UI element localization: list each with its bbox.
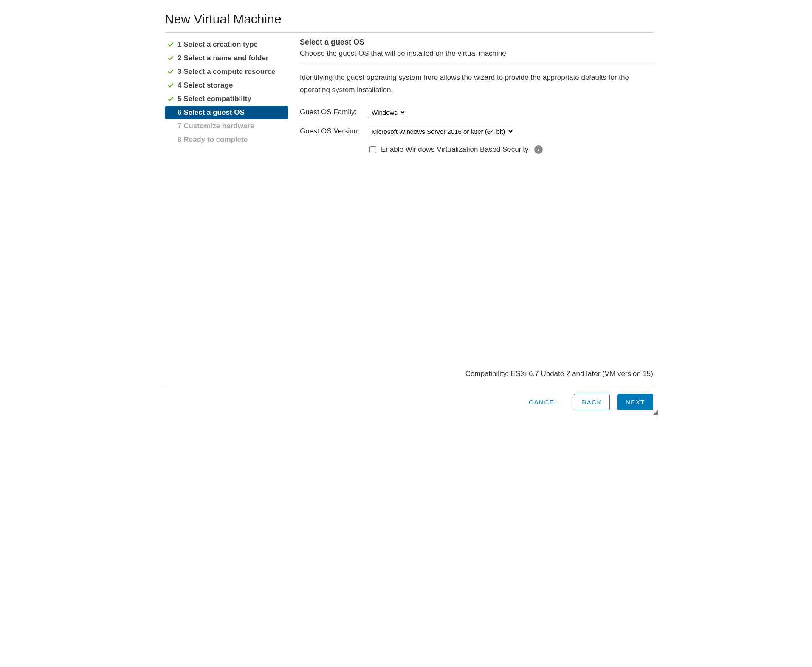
guest-os-family-select[interactable]: Windows xyxy=(368,107,406,118)
check-icon xyxy=(166,82,175,89)
dialog-footer: CANCEL BACK NEXT xyxy=(165,386,653,410)
check-icon xyxy=(166,96,175,102)
compatibility-text: Compatibility: ESXi 6.7 Update 2 and lat… xyxy=(300,370,653,378)
content-divider xyxy=(300,64,653,64)
wizard-step-label: 1 Select a creation type xyxy=(178,40,258,49)
resize-grip-icon[interactable] xyxy=(652,410,658,415)
new-vm-wizard-dialog: New Virtual Machine 1 Select a creation … xyxy=(153,0,659,416)
vbs-checkbox[interactable] xyxy=(369,146,376,153)
content-spacer xyxy=(300,154,653,370)
vbs-checkbox-row: Enable Windows Virtualization Based Secu… xyxy=(368,145,653,154)
wizard-step-8: 8 Ready to complete xyxy=(165,133,288,147)
wizard-step-label: 4 Select storage xyxy=(178,81,233,90)
wizard-steps-sidebar: 1 Select a creation type2 Select a name … xyxy=(165,38,292,380)
wizard-step-5[interactable]: 5 Select compatibility xyxy=(165,92,288,106)
info-icon[interactable]: i xyxy=(534,145,543,154)
wizard-step-2[interactable]: 2 Select a name and folder xyxy=(165,51,288,65)
content-description: Identifying the guest operating system h… xyxy=(300,72,653,96)
content-subtitle: Choose the guest OS that will be install… xyxy=(300,49,653,58)
svg-marker-0 xyxy=(652,410,658,415)
check-icon xyxy=(166,41,175,48)
dialog-title: New Virtual Machine xyxy=(165,12,653,26)
check-icon xyxy=(166,123,175,130)
check-icon xyxy=(166,55,175,62)
wizard-step-label: 8 Ready to complete xyxy=(178,136,248,144)
wizard-step-label: 2 Select a name and folder xyxy=(178,54,268,62)
content-title: Select a guest OS xyxy=(300,38,653,47)
wizard-step-6[interactable]: 6 Select a guest OS xyxy=(165,106,288,119)
wizard-step-3[interactable]: 3 Select a compute resource xyxy=(165,65,288,79)
guest-os-version-label: Guest OS Version: xyxy=(300,127,368,136)
dialog-body: 1 Select a creation type2 Select a name … xyxy=(165,38,653,380)
guest-os-family-label: Guest OS Family: xyxy=(300,108,368,116)
wizard-step-label: 3 Select a compute resource xyxy=(178,68,276,76)
guest-os-version-select[interactable]: Microsoft Windows Server 2016 or later (… xyxy=(368,126,514,137)
check-icon xyxy=(166,109,175,116)
wizard-content-panel: Select a guest OS Choose the guest OS th… xyxy=(292,38,653,380)
title-divider xyxy=(165,32,653,33)
wizard-step-1[interactable]: 1 Select a creation type xyxy=(165,38,288,51)
check-icon xyxy=(166,136,175,143)
guest-os-version-row: Guest OS Version: Microsoft Windows Serv… xyxy=(300,126,653,137)
cancel-button[interactable]: CANCEL xyxy=(521,394,566,410)
vbs-checkbox-label: Enable Windows Virtualization Based Secu… xyxy=(381,145,528,154)
wizard-step-7: 7 Customize hardware xyxy=(165,119,288,133)
next-button[interactable]: NEXT xyxy=(617,394,653,410)
guest-os-family-row: Guest OS Family: Windows xyxy=(300,107,653,118)
back-button[interactable]: BACK xyxy=(574,394,610,410)
check-icon xyxy=(166,68,175,75)
wizard-step-label: 6 Select a guest OS xyxy=(178,108,245,117)
wizard-step-4[interactable]: 4 Select storage xyxy=(165,79,288,92)
wizard-step-label: 5 Select compatibility xyxy=(178,95,251,103)
wizard-step-label: 7 Customize hardware xyxy=(178,122,254,130)
